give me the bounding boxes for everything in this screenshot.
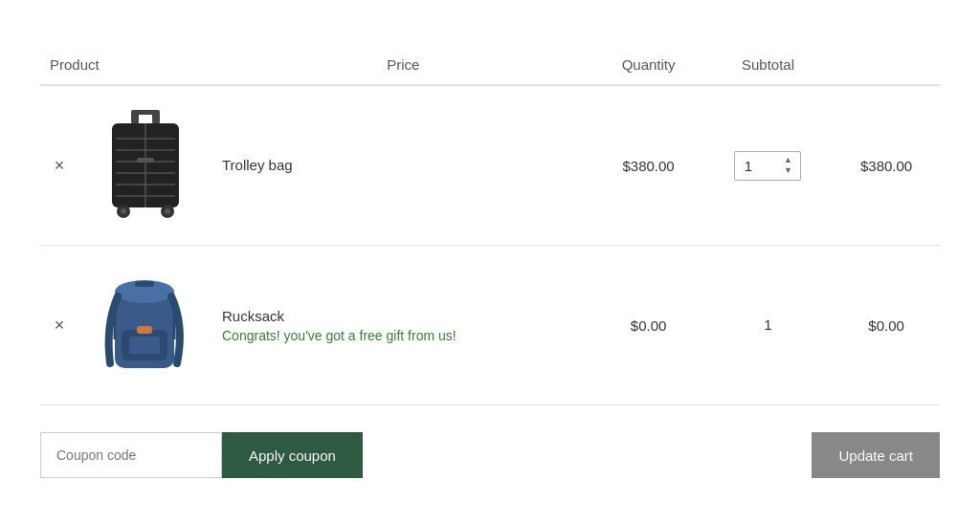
rucksack-svg <box>100 268 191 382</box>
trolley-bag-image <box>88 103 203 228</box>
rucksack-subtotal: $0.00 <box>833 246 940 405</box>
svg-rect-23 <box>129 337 160 354</box>
coupon-input[interactable] <box>40 432 222 478</box>
svg-rect-15 <box>137 158 154 163</box>
rucksack-image <box>88 263 203 387</box>
update-cart-button[interactable]: Update cart <box>812 432 940 478</box>
header-price: Price <box>212 45 594 85</box>
trolley-bag-subtotal: $380.00 <box>833 85 940 246</box>
table-row: × <box>40 85 940 246</box>
rucksack-price: $0.00 <box>594 246 703 405</box>
cart-actions: Apply coupon Update cart <box>40 432 940 478</box>
trolley-bag-price: $380.00 <box>594 85 703 246</box>
svg-point-14 <box>165 208 170 214</box>
table-row: × <box>40 246 940 405</box>
trolley-bag-name-cell: Trolley bag <box>212 85 594 246</box>
trolley-bag-svg <box>102 108 189 223</box>
rucksack-quantity: 1 <box>764 316 771 333</box>
remove-icon[interactable]: × <box>55 316 65 335</box>
gift-message: Congrats! you've got a free gift from us… <box>222 328 585 343</box>
remove-icon[interactable]: × <box>55 156 65 175</box>
header-product: Product <box>40 45 212 85</box>
qty-up-icon[interactable]: ▲ <box>781 156 794 165</box>
qty-down-icon[interactable]: ▼ <box>781 166 794 176</box>
trolley-bag-qty-cell: ▲ ▼ <box>703 85 834 246</box>
svg-rect-2 <box>131 110 160 115</box>
rucksack-qty-cell: 1 <box>703 246 834 405</box>
rucksack-name-cell: Rucksack Congrats! you've got a free gif… <box>212 246 594 405</box>
product-name: Rucksack <box>222 308 585 324</box>
svg-point-12 <box>121 208 126 214</box>
cart-container: Product Price Quantity Subtotal × <box>40 26 940 497</box>
header-quantity: Quantity <box>594 45 703 85</box>
quantity-input[interactable] <box>741 158 769 174</box>
coupon-section: Apply coupon <box>40 432 363 478</box>
svg-rect-22 <box>135 281 154 287</box>
spinners: ▲ ▼ <box>781 156 794 176</box>
quantity-stepper[interactable]: ▲ ▼ <box>734 151 801 181</box>
apply-coupon-button[interactable]: Apply coupon <box>222 432 363 478</box>
header-subtotal: Subtotal <box>703 45 834 85</box>
svg-rect-19 <box>137 326 152 334</box>
cart-table: Product Price Quantity Subtotal × <box>40 45 940 405</box>
product-name: Trolley bag <box>222 157 293 173</box>
